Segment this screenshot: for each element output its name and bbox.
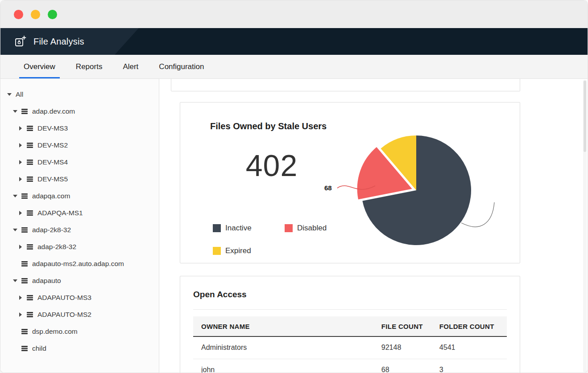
server-icon xyxy=(27,210,33,216)
stale-total-value: 402 xyxy=(225,148,319,183)
divider xyxy=(193,309,507,310)
cell-folder-count: 4541 xyxy=(439,336,507,359)
caret-down-icon[interactable] xyxy=(12,229,18,231)
caret-down-icon[interactable] xyxy=(12,279,18,282)
card-partial-top xyxy=(171,79,520,91)
caret-right-icon[interactable] xyxy=(18,126,23,131)
app-title: File Analysis xyxy=(33,37,84,47)
tree-item-label: adap-2k8-32 xyxy=(37,243,76,251)
main-tab-bar: Overview Reports Alert Configuration xyxy=(0,55,588,79)
tree-item-adap-dev-com[interactable]: adap.dev.com xyxy=(0,103,159,120)
tree-item-label: DEV-MS5 xyxy=(37,175,68,183)
tree-item-label: adap-2k8-32 xyxy=(32,226,71,234)
tree-item-label: DEV-MS4 xyxy=(37,158,68,166)
caret-right-icon[interactable] xyxy=(18,295,23,300)
legend-label-expired: Expired xyxy=(225,246,251,255)
vertical-scrollbar[interactable] xyxy=(583,80,587,373)
tree-item-all[interactable]: All xyxy=(0,86,159,103)
tab-alert-label: Alert xyxy=(123,62,138,71)
tree-item-adap-2k8-32-child[interactable]: adap-2k8-32 xyxy=(0,238,159,255)
legend-swatch-disabled xyxy=(285,224,293,232)
tree-item-dev-ms4[interactable]: DEV-MS4 xyxy=(0,154,159,171)
tree-item-child[interactable]: child xyxy=(0,340,159,357)
cell-file-count: 68 xyxy=(381,359,439,373)
tree-item-adap-2k8-32[interactable]: adap-2k8-32 xyxy=(0,221,159,238)
tree-item-label: ADAPAUTO-MS2 xyxy=(37,311,91,319)
tree-item-label: adapqa.com xyxy=(32,192,70,200)
server-icon xyxy=(21,328,28,335)
server-icon xyxy=(21,193,28,199)
tree-item-label: dsp.demo.com xyxy=(32,328,78,336)
tab-reports[interactable]: Reports xyxy=(71,55,107,78)
server-icon xyxy=(27,159,33,165)
tree-item-adapauto[interactable]: adapauto xyxy=(0,272,159,289)
caret-right-icon[interactable] xyxy=(18,160,23,164)
server-icon xyxy=(27,295,33,301)
open-access-title: Open Access xyxy=(193,276,507,299)
legend-swatch-expired xyxy=(213,247,221,255)
caret-right-icon[interactable] xyxy=(18,312,23,317)
server-icon xyxy=(27,244,33,250)
tree-item-dev-ms2[interactable]: DEV-MS2 xyxy=(0,137,159,154)
tree-item-label: All xyxy=(16,90,23,98)
column-header-owner-name[interactable]: OWNER NAME xyxy=(193,316,381,336)
dashboard-main: Files Owned by Stale Users 402 68 Inacti… xyxy=(159,79,588,373)
cell-folder-count: 3 xyxy=(439,359,507,373)
file-analysis-icon xyxy=(14,35,27,48)
tab-alert[interactable]: Alert xyxy=(118,55,143,78)
scrollbar-thumb[interactable] xyxy=(584,81,586,152)
tree-item-adapqa-ms1[interactable]: ADAPQA-MS1 xyxy=(0,205,159,221)
tree-item-adapauto-ms2-auto-adap-com[interactable]: adapauto-ms2.auto.adap.com xyxy=(0,255,159,272)
tree-item-adapauto-ms3[interactable]: ADAPAUTO-MS3 xyxy=(0,289,159,306)
caret-down-icon[interactable] xyxy=(12,195,18,197)
caret-right-icon[interactable] xyxy=(18,211,23,215)
server-icon xyxy=(27,312,33,318)
table-row: Administrators 92148 4541 xyxy=(193,336,507,359)
tab-overview[interactable]: Overview xyxy=(19,55,60,78)
app-window: File Analysis Overview Reports Alert Con… xyxy=(0,0,588,373)
legend-item-expired[interactable]: Expired xyxy=(213,246,285,255)
tab-configuration[interactable]: Configuration xyxy=(154,55,208,78)
legend-swatch-inactive xyxy=(213,224,221,232)
tree-item-label: DEV-MS2 xyxy=(37,141,68,149)
column-header-folder-count[interactable]: FOLDER COUNT xyxy=(439,316,507,336)
stale-card-title: Files Owned by Stale Users xyxy=(210,121,327,131)
caret-down-icon[interactable] xyxy=(12,110,18,113)
server-icon xyxy=(21,227,28,233)
cell-owner-name: Administrators xyxy=(193,336,381,359)
server-tree-sidebar: All adap.dev.com DEV-MS3 DEV-MS2 DEV xyxy=(0,79,159,373)
tree-item-dev-ms3[interactable]: DEV-MS3 xyxy=(0,120,159,137)
table-row: john 68 3 xyxy=(193,359,507,373)
close-window-button[interactable] xyxy=(14,10,23,19)
minimize-window-button[interactable] xyxy=(31,10,40,19)
legend-label-inactive: Inactive xyxy=(225,224,252,233)
tree-item-adapauto-ms2[interactable]: ADAPAUTO-MS2 xyxy=(0,306,159,323)
table-header-row: OWNER NAME FILE COUNT FOLDER COUNT xyxy=(193,316,507,336)
server-icon xyxy=(27,142,33,148)
app-header: File Analysis xyxy=(0,28,588,55)
legend-item-inactive[interactable]: Inactive xyxy=(213,224,285,233)
open-access-table: OWNER NAME FILE COUNT FOLDER COUNT Admin… xyxy=(193,316,507,373)
tree-item-adapqa-com[interactable]: adapqa.com xyxy=(0,188,159,205)
server-icon xyxy=(21,261,28,267)
legend-item-disabled[interactable]: Disabled xyxy=(285,224,327,233)
zoom-window-button[interactable] xyxy=(48,10,57,19)
cell-file-count: 92148 xyxy=(381,336,439,359)
open-access-card: Open Access OWNER NAME FILE COUNT FOLDER… xyxy=(180,276,520,373)
tree-item-label: child xyxy=(32,344,46,353)
caret-right-icon[interactable] xyxy=(18,245,23,249)
caret-down-icon[interactable] xyxy=(7,93,12,96)
pie-legend: Inactive Disabled Expired xyxy=(213,224,327,255)
stale-users-card: Files Owned by Stale Users 402 68 Inacti… xyxy=(180,102,520,263)
tree-item-label: adap.dev.com xyxy=(32,107,75,115)
tab-overview-label: Overview xyxy=(24,62,55,71)
caret-right-icon[interactable] xyxy=(18,177,23,181)
tree-item-dsp-demo-com[interactable]: dsp.demo.com xyxy=(0,323,159,340)
server-icon xyxy=(27,176,33,182)
tree-item-label: ADAPAUTO-MS3 xyxy=(37,294,91,302)
column-header-file-count[interactable]: FILE COUNT xyxy=(381,316,439,336)
tab-configuration-label: Configuration xyxy=(159,62,204,71)
tree-item-dev-ms5[interactable]: DEV-MS5 xyxy=(0,171,159,188)
caret-right-icon[interactable] xyxy=(18,143,23,148)
legend-label-disabled: Disabled xyxy=(297,224,327,233)
